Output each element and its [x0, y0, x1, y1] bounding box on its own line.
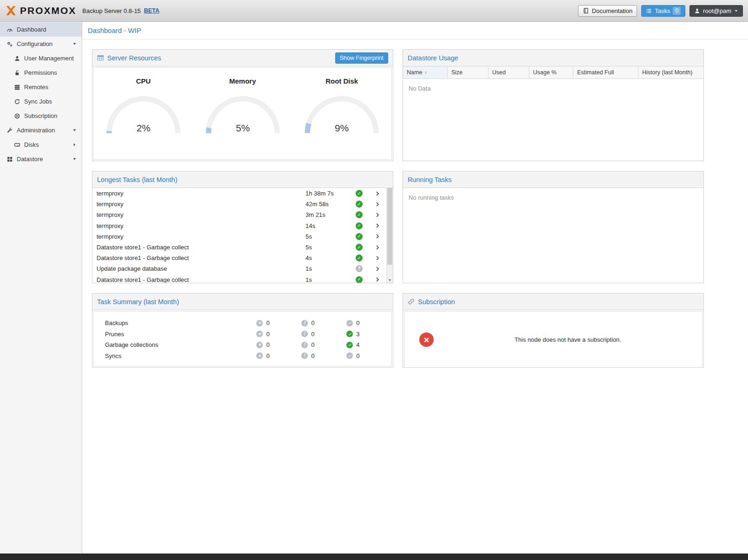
chevron-right-icon[interactable]: [369, 266, 386, 272]
task-row[interactable]: Datastore store1 - Garbage collect4s✓: [92, 253, 386, 263]
unlock-icon: [13, 70, 21, 76]
top-header: PROXMOX Backup Server 0.8-15 BETA Docume…: [0, 0, 748, 22]
logo-area: PROXMOX Backup Server 0.8-15 BETA: [5, 5, 159, 16]
task-row[interactable]: Datastore store1 - Garbage collect5s✓: [92, 242, 386, 253]
sidebar-item-user-management[interactable]: User Management: [0, 51, 82, 65]
gauge-arc: 9%: [299, 91, 385, 137]
server-resources-header: Server Resources Show Fingerprint: [92, 50, 393, 66]
sidebar-item-remotes[interactable]: Remotes: [0, 80, 82, 94]
sidebar-item-label: Configuration: [17, 40, 52, 47]
gauge-arc: 5%: [200, 91, 286, 137]
task-duration: 1s: [306, 276, 356, 283]
task-row[interactable]: termproxy5s✓: [92, 231, 386, 242]
ok-count-icon: ✓: [346, 331, 353, 337]
status-ok-icon: ✓: [356, 276, 363, 283]
sidebar-item-sync-jobs[interactable]: Sync Jobs: [0, 94, 82, 109]
sidebar-item-label: Administration: [17, 127, 55, 134]
running-tasks-panel: Running Tasks No running tasks: [403, 171, 704, 283]
gauge-value: 5%: [235, 123, 249, 133]
show-fingerprint-button[interactable]: Show Fingerprint: [335, 52, 389, 64]
scrollbar-thumb[interactable]: [387, 188, 392, 265]
status-ok-icon: ✓: [356, 201, 363, 208]
longest-tasks-panel: Longest Tasks (last Month) termproxy1h 3…: [92, 171, 393, 283]
column-header-history-last-month[interactable]: History (last Month): [638, 66, 703, 78]
task-row[interactable]: termproxy14s✓: [92, 221, 386, 231]
hdd-icon: [13, 142, 21, 148]
chevron-right-icon[interactable]: [369, 223, 386, 228]
sidebar-item-administration[interactable]: Administration: [0, 123, 82, 137]
sort-ascending-icon: ↑: [424, 70, 427, 75]
sidebar-item-label: Dashboard: [17, 26, 46, 33]
sidebar-item-configuration[interactable]: Configuration: [0, 37, 82, 51]
task-row[interactable]: termproxy42m 58s✓: [92, 199, 386, 209]
error-count-icon: ×: [256, 320, 263, 326]
task-duration: 42m 58s: [306, 201, 356, 208]
user-menu-button[interactable]: root@pam: [689, 5, 743, 17]
task-duration: 14s: [306, 222, 356, 229]
sidebar-item-subscription[interactable]: Subscription: [0, 109, 82, 123]
grid-icon: [6, 156, 13, 163]
chevron-right-icon[interactable]: [369, 255, 386, 261]
sidebar-item-disks[interactable]: Disks: [0, 137, 82, 152]
task-name: Datastore store1 - Garbage collect: [97, 244, 306, 251]
status-ok-icon: ✓: [356, 222, 363, 229]
task-duration: 3m 21s: [306, 211, 356, 218]
expander-down-icon[interactable]: [72, 157, 77, 161]
column-header-size[interactable]: Size: [448, 66, 488, 78]
expander-down-icon[interactable]: [72, 42, 77, 46]
count-value: 0: [266, 352, 269, 359]
chevron-right-icon[interactable]: [369, 212, 386, 218]
chevron-right-icon[interactable]: [369, 245, 386, 250]
server-resources-title: Server Resources: [97, 54, 161, 62]
datastore-table-header: Name↑SizeUsedUsage %Estimated FullHistor…: [403, 66, 703, 79]
task-duration: 4s: [306, 254, 356, 261]
header-actions: Documentation Tasks 0 root@pam: [578, 5, 743, 17]
task-row[interactable]: termproxy3m 21s✓: [92, 209, 386, 220]
task-name: Datastore store1 - Garbage collect: [97, 254, 306, 261]
count-value: 0: [266, 319, 269, 326]
documentation-button[interactable]: Documentation: [578, 5, 637, 17]
sidebar-item-dashboard[interactable]: Dashboard: [0, 22, 82, 37]
task-list-icon: [646, 8, 652, 14]
beta-link[interactable]: BETA: [144, 7, 159, 14]
subscription-title: Subscription: [408, 298, 455, 306]
chevron-right-icon[interactable]: [369, 202, 386, 207]
proxmox-logo-text: PROXMOX: [20, 5, 76, 16]
expander-down-icon[interactable]: [72, 128, 77, 132]
chevron-right-icon[interactable]: [369, 277, 386, 282]
gauge-arc: 2%: [100, 91, 187, 137]
error-count-icon: ×: [256, 342, 263, 348]
user-label: root@pam: [703, 7, 731, 14]
no-running-tasks-text: No running tasks: [403, 188, 703, 207]
task-row[interactable]: termproxy1h 38m 7s✓: [92, 188, 386, 199]
sidebar-item-datastore[interactable]: Datastore: [0, 152, 82, 166]
chevron-right-icon[interactable]: [369, 234, 386, 239]
task-row[interactable]: Update package database1s?: [92, 263, 386, 274]
gauge-label: Memory: [193, 77, 293, 85]
column-header-usage[interactable]: Usage %: [529, 66, 573, 78]
task-summary-panel: Task Summary (last Month) Backups×0!0✓0P…: [92, 293, 393, 368]
scroll-down-arrow[interactable]: ▼: [387, 278, 393, 282]
task-name: termproxy: [97, 233, 306, 240]
task-row[interactable]: Datastore store1 - Garbage collect1s✓: [92, 274, 386, 283]
book-icon: [583, 7, 589, 14]
root-disk-gauge: Root Disk9%: [292, 77, 391, 137]
datastore-usage-header: Datastore Usage: [403, 50, 703, 66]
warning-count-icon: !: [301, 331, 308, 337]
expander-right-icon[interactable]: [72, 143, 77, 147]
count-value: 4: [356, 341, 359, 348]
task-summary-row-syncs: Syncs×0!0✓0: [105, 351, 391, 362]
status-ok-icon: ✓: [356, 254, 363, 261]
summary-label: Garbage collections: [105, 341, 256, 348]
column-header-name[interactable]: Name↑: [403, 66, 448, 78]
column-header-used[interactable]: Used: [488, 66, 529, 78]
user-icon: [13, 55, 21, 62]
column-header-estimated-full[interactable]: Estimated Full: [573, 66, 638, 78]
error-count-icon: ×: [256, 331, 263, 337]
chevron-right-icon[interactable]: [369, 191, 386, 196]
tasks-button[interactable]: Tasks 0: [641, 5, 685, 17]
tasks-count-badge: 0: [673, 7, 681, 15]
sidebar: DashboardConfigurationUser ManagementPer…: [0, 22, 82, 553]
sidebar-item-permissions[interactable]: Permissions: [0, 65, 82, 80]
scrollbar[interactable]: ▼: [386, 188, 393, 283]
